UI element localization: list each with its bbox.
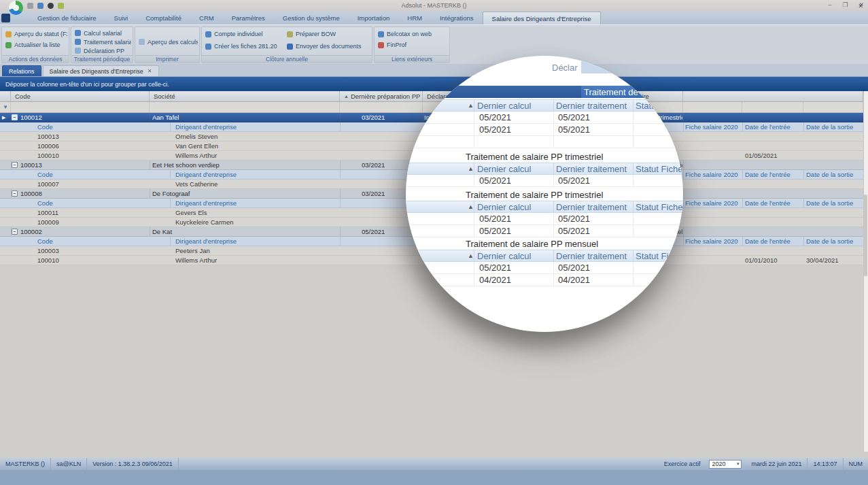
column-separator bbox=[633, 250, 633, 261]
exercise-select[interactable]: 2020 ▾ bbox=[709, 460, 742, 469]
ribbon-tab-importation[interactable]: Importation bbox=[349, 12, 399, 24]
detail-column-name[interactable]: Dirigeant d'entreprise bbox=[175, 237, 338, 246]
filter-cell[interactable] bbox=[150, 102, 340, 112]
detail-column-code[interactable]: Code bbox=[37, 237, 167, 246]
magnified-row: Traitement de salaire PP trimestriel bbox=[406, 150, 683, 163]
ribbon: Aperçu du statut (F2)▾Actualiser la list… bbox=[0, 24, 868, 64]
collapse-icon[interactable]: − bbox=[12, 162, 18, 168]
ribbon-button-creer-les-fiches-281-20[interactable]: Créer les fiches 281.20 bbox=[205, 41, 284, 51]
ribbon-button-preparer-bow[interactable]: Préparer BOW bbox=[287, 29, 370, 39]
ribbon-button-actualiser-la-liste[interactable]: Actualiser la liste bbox=[5, 40, 67, 50]
detail-column-date-in[interactable]: Date de l'entrée bbox=[745, 199, 802, 207]
detail-column-date-out[interactable]: Date de la sortie bbox=[806, 237, 862, 246]
detail-column-code[interactable]: Code bbox=[37, 122, 167, 131]
minimize-button[interactable]: – bbox=[828, 1, 831, 8]
record-icon[interactable] bbox=[48, 3, 54, 9]
group-by-panel[interactable]: Déposer la colonne en-tête d'un ici pour… bbox=[0, 77, 868, 91]
detail-column-date-in[interactable]: Date de l'entrée bbox=[745, 122, 802, 131]
detail-column-fiche-salaire[interactable]: Fiche salaire 2020 bbox=[685, 199, 741, 207]
ribbon-button-declaration-pp[interactable]: Déclaration PP bbox=[75, 47, 131, 54]
filter-cell[interactable] bbox=[683, 102, 742, 112]
ribbon-button-traitement-salarial[interactable]: Traitement salarial bbox=[75, 38, 131, 46]
ribbon-tab-suivi[interactable]: Suivi bbox=[105, 12, 137, 24]
director-name: Peeters Jan bbox=[175, 246, 338, 255]
detail-column-date-out[interactable]: Date de la sortie bbox=[806, 170, 862, 179]
detail-column-date-out[interactable]: Date de la sortie bbox=[806, 122, 862, 131]
document-tab-salaire-des-dirigeants-d-entreprise[interactable]: Salaire des Dirigeants d'Entreprise✕ bbox=[43, 65, 159, 76]
detail-column-date-in[interactable]: Date de l'entrée bbox=[745, 237, 802, 246]
collapse-icon[interactable]: − bbox=[12, 229, 18, 235]
filter-cell[interactable] bbox=[11, 102, 150, 112]
detail-column-fiche-salaire[interactable]: Fiche salaire 2020 bbox=[685, 170, 741, 179]
detail-column-code[interactable]: Code bbox=[37, 199, 167, 207]
magnified-column-last-processing: Dernier traitement bbox=[556, 163, 627, 174]
column-separator bbox=[683, 161, 684, 169]
ribbon-tab-parametres[interactable]: Paramètres bbox=[223, 12, 274, 24]
app-menu-button[interactable] bbox=[1, 14, 10, 22]
magnified-last-processing-value: 05/2021 bbox=[558, 213, 590, 224]
column-separator bbox=[553, 136, 554, 148]
detail-column-fiche-salaire[interactable]: Fiche salaire 2020 bbox=[685, 237, 741, 246]
director-code: 100007 bbox=[37, 180, 167, 188]
column-header-empty bbox=[683, 91, 863, 101]
date-in-value: 01/01/2010 bbox=[745, 256, 802, 265]
ribbon-button-compte-individuel[interactable]: Compte individuel bbox=[205, 29, 284, 39]
director-code: 100003 bbox=[37, 246, 167, 255]
ribbon-tab-salaire-des-dirigeants-d-entreprise[interactable]: Salaire des Dirigeants d'Entreprise bbox=[483, 12, 601, 24]
column-separator bbox=[633, 225, 633, 237]
column-separator bbox=[683, 199, 684, 207]
company-name: Aan Tafel bbox=[152, 113, 338, 122]
ribbon-button-finprof[interactable]: FinProf bbox=[378, 40, 448, 50]
detail-column-name[interactable]: Dirigeant d'entreprise bbox=[175, 122, 338, 131]
ribbon-tab-integrations[interactable]: Intégrations bbox=[431, 12, 483, 24]
date-in-value: 01/05/2021 bbox=[745, 151, 802, 160]
card-icon[interactable] bbox=[27, 3, 33, 9]
title-bar: Adsolut - MASTERKB () – ❐ ✕ bbox=[0, 0, 868, 12]
vertical-scrollbar[interactable] bbox=[863, 91, 868, 452]
column-header-code[interactable]: Code bbox=[11, 91, 150, 101]
director-code: 100010 bbox=[37, 151, 167, 160]
ribbon-button-apercu-du-statut-f2[interactable]: Aperçu du statut (F2)▾ bbox=[5, 29, 67, 39]
ribbon-tab-comptabilite[interactable]: Comptabilité bbox=[137, 12, 190, 24]
detail-column-name[interactable]: Dirigeant d'entreprise bbox=[175, 199, 338, 207]
ribbon-tab-hrm[interactable]: HRM bbox=[398, 12, 431, 24]
detail-column-date-out[interactable]: Date de la sortie bbox=[806, 199, 862, 207]
close-tab-icon[interactable]: ✕ bbox=[147, 68, 152, 74]
ribbon-group-items: Aperçu des calculs bbox=[139, 29, 198, 54]
filter-cell[interactable] bbox=[0, 102, 11, 112]
detail-column-date-in[interactable]: Date de l'entrée bbox=[745, 170, 802, 179]
ribbon-button-belcotax-on-web[interactable]: Belcotax on web bbox=[378, 29, 448, 39]
column-separator bbox=[803, 237, 804, 246]
magnified-partial-header: Déclar bbox=[552, 61, 578, 73]
ribbon-button-calcul-salarial[interactable]: Calcul salarial bbox=[75, 29, 131, 37]
column-header-derniere-preparation-pp[interactable]: ▲Dernière préparation PP bbox=[340, 91, 423, 101]
filter-cell[interactable] bbox=[340, 102, 423, 112]
director-code: 100013 bbox=[37, 132, 167, 141]
ribbon-tab-gestion-de-fiduciaire[interactable]: Gestion de fiduciaire bbox=[29, 12, 105, 24]
collapse-icon[interactable]: − bbox=[12, 114, 18, 120]
ribbon-group-cloture-annuelle: Compte individuelPréparer BOWCréer les f… bbox=[201, 27, 372, 63]
collapse-icon[interactable]: − bbox=[12, 190, 18, 197]
filter-cell[interactable] bbox=[803, 102, 863, 112]
filter-cell[interactable] bbox=[742, 102, 803, 112]
ribbon-button-apercu-des-calculs[interactable]: Aperçu des calculs bbox=[139, 37, 198, 47]
maximize-button[interactable]: ❐ bbox=[842, 1, 848, 8]
magnified-group-value: Traitement de salaire PP trimestriel bbox=[466, 188, 603, 201]
detail-column-name[interactable]: Dirigeant d'entreprise bbox=[175, 170, 338, 179]
magnified-row: 05/202105/2021 bbox=[406, 112, 683, 124]
detail-column-code[interactable]: Code bbox=[37, 170, 167, 179]
scrollbar-thumb[interactable] bbox=[864, 195, 867, 276]
column-separator bbox=[150, 161, 150, 169]
column-header-societe[interactable]: Société bbox=[150, 91, 340, 101]
battery-icon[interactable] bbox=[58, 3, 64, 9]
document-tab-relations[interactable]: Relations bbox=[2, 65, 41, 76]
detail-column-fiche-salaire[interactable]: Fiche salaire 2020 bbox=[685, 122, 741, 131]
ribbon-tab-crm[interactable]: CRM bbox=[190, 12, 223, 24]
column-separator bbox=[683, 189, 684, 198]
pen-icon[interactable] bbox=[37, 3, 44, 9]
close-tab-strip-icon[interactable]: ✕ bbox=[858, 3, 863, 10]
sort-ascending-icon: ▲ bbox=[344, 94, 349, 99]
magnified-row: 04/202104/2021 bbox=[406, 274, 683, 286]
ribbon-tab-gestion-du-systeme[interactable]: Gestion du système bbox=[274, 12, 349, 24]
ribbon-button-envoyer-des-documents[interactable]: Envoyer des documents bbox=[287, 41, 370, 51]
